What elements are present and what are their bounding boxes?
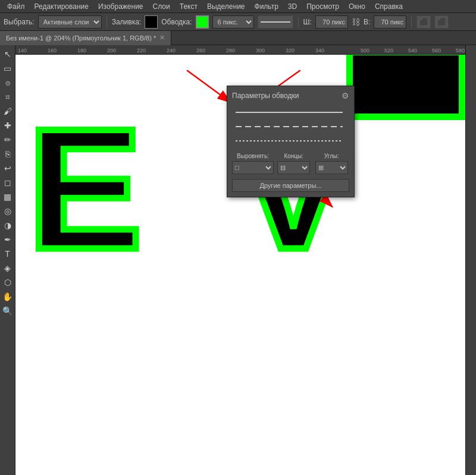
select-tool-button[interactable]: ▭	[1, 62, 14, 75]
dodge-tool-button[interactable]: ◑	[1, 219, 14, 232]
popup-title: Параметры обводки	[232, 92, 299, 100]
corners-select[interactable]: ⊞	[315, 161, 348, 174]
clone-tool-button[interactable]: ⎘	[1, 147, 14, 161]
menu-help[interactable]: Справка	[370, 1, 408, 12]
ruler-tick-140: 140	[18, 48, 27, 54]
ruler-tick-560: 560	[432, 48, 441, 54]
ruler-numbers: 140 160 180 200 220 240 260 280 300 320 …	[15, 45, 465, 54]
eyedropper-tool-button[interactable]: 🖌	[1, 105, 14, 118]
options-bar: Выбрать: Активные слои Заливка: Обводка:…	[0, 13, 476, 31]
width-input[interactable]	[315, 15, 348, 29]
separator-1	[107, 16, 107, 28]
app-window: Файл Редактирование Изображение Слои Тек…	[0, 0, 476, 475]
layer-select[interactable]: Активные слои	[38, 15, 102, 29]
letter-E: E	[27, 102, 142, 275]
stroke-swatch[interactable]	[196, 15, 209, 29]
more-options-button[interactable]: Другие параметры...	[232, 179, 349, 192]
align-label: Выровнять:	[237, 153, 269, 159]
more-options-label: Другие параметры...	[259, 182, 321, 189]
menu-edit[interactable]: Редактирование	[30, 1, 93, 12]
link-icon[interactable]: ⛓	[352, 17, 360, 27]
align-right-button[interactable]: ⬛	[434, 15, 449, 29]
menu-text[interactable]: Текст	[175, 1, 202, 12]
ruler-tick-340: 340	[315, 48, 324, 54]
menu-view[interactable]: Просмотр	[302, 1, 344, 12]
menu-window[interactable]: Окно	[344, 1, 370, 12]
menu-3d[interactable]: 3D	[283, 1, 302, 12]
menu-image[interactable]: Изображение	[93, 1, 148, 12]
corners-label: Углы:	[324, 153, 339, 159]
ruler-tick-540: 540	[408, 48, 417, 54]
stroke-solid-option[interactable]	[232, 105, 349, 119]
fill-label: Заливка:	[112, 18, 142, 26]
canvas-area: E V Параметры обводки ⚙	[15, 55, 465, 475]
fill-swatch[interactable]	[145, 15, 158, 29]
canvas-wrapper: 140 160 180 200 220 240 260 280 300 320 …	[15, 45, 465, 475]
menu-filter[interactable]: Фильтр	[250, 1, 283, 12]
solid-line-preview	[236, 112, 343, 113]
ruler-tick-200: 200	[107, 48, 116, 54]
ends-select[interactable]: ⊟	[277, 161, 310, 174]
ruler-tick-580: 580	[456, 48, 465, 54]
ruler-tick-220: 220	[137, 48, 146, 54]
separator-3	[411, 16, 412, 28]
align-group: Выровнять: □	[232, 153, 274, 174]
select-label: Выбрать:	[4, 18, 35, 26]
popup-gear-icon[interactable]: ⚙	[342, 91, 349, 100]
lasso-tool-button[interactable]: ⌾	[1, 76, 14, 89]
text-tool-button[interactable]: T	[1, 247, 14, 260]
line-solid-icon	[261, 21, 290, 23]
align-select[interactable]: □	[232, 161, 274, 174]
ruler-tick-240: 240	[167, 48, 176, 54]
corners-group: Углы: ⊞	[314, 153, 350, 174]
stroke-dashed-option[interactable]	[232, 119, 349, 134]
left-toolbar: ↖ ▭ ⌾ ⌗ 🖌 ✚ ✏ ⎘ ↩ ◻ ▦ ◎ ◑ ✒ T ◈ ⬡ ✋ 🔍	[0, 45, 15, 475]
partial-rectangle	[346, 55, 465, 120]
tab-title: Без имени-1 @ 204% (Прямоугольник 1, RGB…	[6, 34, 156, 42]
ruler-tick-320: 320	[286, 48, 295, 54]
stroke-controls-row: Выровнять: □ Концы: ⊟ Углы:	[232, 153, 349, 174]
stroke-options-popup: Параметры обводки ⚙	[227, 86, 355, 197]
ruler-tick-180: 180	[77, 48, 86, 54]
stroke-dotted-option[interactable]	[232, 134, 349, 148]
ends-label: Концы:	[284, 153, 303, 159]
document-tab[interactable]: Без имени-1 @ 204% (Прямоугольник 1, RGB…	[0, 31, 171, 45]
ruler-tick-500: 500	[361, 48, 369, 54]
tab-close-button[interactable]: ✕	[159, 34, 165, 42]
menu-select[interactable]: Выделение	[202, 1, 250, 12]
width-label: Ш:	[303, 18, 312, 26]
heal-tool-button[interactable]: ✚	[1, 119, 14, 132]
ends-group: Концы: ⊟	[276, 153, 312, 174]
eraser-tool-button[interactable]: ◻	[1, 176, 14, 189]
height-input[interactable]	[374, 15, 406, 29]
tab-bar: Без имени-1 @ 204% (Прямоугольник 1, RGB…	[0, 31, 476, 45]
popup-title-row: Параметры обводки ⚙	[232, 91, 349, 100]
content-area: ↖ ▭ ⌾ ⌗ 🖌 ✚ ✏ ⎘ ↩ ◻ ▦ ◎ ◑ ✒ T ◈ ⬡ ✋ 🔍 14	[0, 45, 476, 475]
move-tool-button[interactable]: ↖	[1, 48, 14, 61]
line-style-button[interactable]	[258, 15, 293, 29]
crop-tool-button[interactable]: ⌗	[1, 90, 14, 103]
right-panel	[465, 45, 476, 475]
gradient-tool-button[interactable]: ▦	[1, 190, 14, 203]
menu-layers[interactable]: Слои	[148, 1, 175, 12]
menu-bar: Файл Редактирование Изображение Слои Тек…	[0, 0, 476, 13]
ruler-tick-520: 520	[384, 48, 393, 54]
menu-file[interactable]: Файл	[2, 1, 30, 12]
shape-tool-button[interactable]: ⬡	[1, 276, 14, 289]
separator-2	[298, 16, 299, 28]
ruler-tick-300: 300	[256, 48, 265, 54]
brush-tool-button[interactable]: ✏	[1, 133, 14, 146]
history-brush-tool-button[interactable]: ↩	[1, 162, 14, 175]
stroke-label: Обводка:	[161, 18, 192, 26]
dotted-line-preview	[236, 140, 343, 141]
ruler-tick-280: 280	[226, 48, 235, 54]
pen-tool-button[interactable]: ✒	[1, 233, 14, 246]
ruler-horizontal: 140 160 180 200 220 240 260 280 300 320 …	[15, 45, 465, 55]
zoom-tool-button[interactable]: 🔍	[1, 304, 14, 317]
blur-tool-button[interactable]: ◎	[1, 205, 14, 218]
align-left-button[interactable]: ⬛	[416, 15, 431, 29]
ruler-tick-260: 260	[196, 48, 205, 54]
stroke-width-select[interactable]: 6 пикс.	[212, 15, 254, 29]
path-tool-button[interactable]: ◈	[1, 262, 14, 275]
hand-tool-button[interactable]: ✋	[1, 290, 14, 303]
